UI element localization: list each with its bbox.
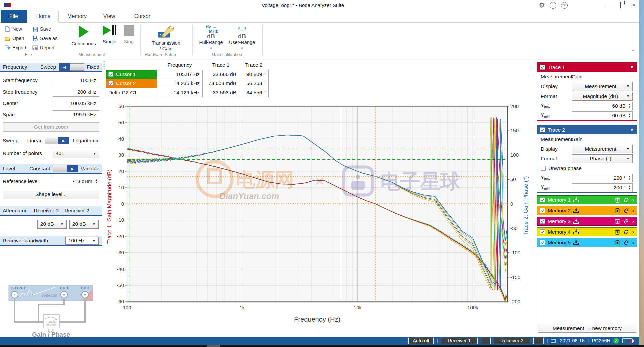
transmission-gain-button[interactable]: Transmission/ Gain [144,25,188,52]
unlink-memory-icon[interactable] [623,219,629,224]
save-as-button[interactable]: Save as [32,35,57,42]
points-dropdown[interactable]: 401▼ [53,149,99,158]
memory3-checkbox[interactable] [540,219,545,224]
attenuator-r2-dropdown[interactable]: 20 dB▼ [69,220,99,229]
pane-splitter-handle[interactable]: •••• [103,61,105,70]
receiver2-button[interactable]: Receiver 2 [494,338,530,344]
span-input[interactable]: 199.9 kHz [53,110,99,119]
spin-down-icon[interactable]: ▼ [95,181,98,184]
store-memory-icon[interactable] [573,240,579,245]
attenuator-r1-dropdown[interactable]: 20 dB▼ [37,220,67,229]
linear-log-toggle[interactable]: ▶ [45,137,69,144]
minimize-button[interactable] [605,4,609,6]
settings-gear-icon[interactable]: ⚙ [539,1,545,9]
info-icon[interactable]: i [550,2,556,9]
trace1-header[interactable]: Trace 1 ▼ [537,63,637,72]
center-frequency-input[interactable]: 100.05 kHz [53,99,99,108]
trace2-header[interactable]: Trace 2 ▼ [537,125,637,134]
delete-memory-icon[interactable] [615,197,620,203]
memory2-row[interactable]: Memory 2 › [537,206,637,215]
trace1-display-dropdown[interactable]: Measurement▼ [572,82,633,91]
stop-frequency-input[interactable]: 200 kHz [53,88,99,97]
memory5-row[interactable]: Memory 5 › [537,238,637,247]
unlink-memory-icon[interactable] [623,197,629,203]
save-button[interactable]: Save [32,25,51,33]
expand-memory-icon[interactable]: › [632,240,634,245]
trace2-format-dropdown[interactable]: Phase (°)▼ [572,154,633,163]
device-serial: PG256H [592,338,610,343]
expand-memory-icon[interactable]: › [632,208,634,213]
trace2-ymin-spinner[interactable]: -200 °▲▼ [572,183,633,192]
expand-memory-icon[interactable]: › [632,218,634,224]
report-button[interactable]: Report [32,44,55,51]
tab-home[interactable]: Home [28,10,59,23]
receiver1-button[interactable]: Receiver 1 [441,338,478,344]
expand-memory-icon[interactable]: › [632,229,634,235]
wrench-hardware-icon [157,25,175,39]
unlink-memory-icon[interactable] [623,229,629,235]
cursor2-checkbox[interactable] [108,81,113,86]
reference-level-spinner[interactable]: -13 dBm ▲▼ [53,177,99,186]
user-range-caret[interactable]: ▼ [227,47,257,50]
bode-plot[interactable]: 电源网DianYuan.com×电子星球-60-50-40-30-20-1001… [102,59,534,337]
restore-button[interactable] [620,2,621,8]
bandwidth-dropdown[interactable]: 100 Hz▼ [65,237,99,245]
user-range-button[interactable]: f ...f dB User-Range ▼ [227,25,257,50]
svg-text:-60: -60 [117,299,124,304]
store-memory-icon[interactable] [573,229,579,234]
shape-level-button[interactable]: Shape level... [3,190,99,199]
tab-view[interactable]: View [97,10,121,23]
memory3-row[interactable]: Memory 3 › [537,217,637,226]
close-button[interactable]: × [631,2,636,9]
help-icon[interactable]: ? [561,2,568,9]
trace1-ymin-spinner[interactable]: -60 dB▲▼ [572,111,633,120]
store-memory-icon[interactable] [573,208,579,213]
trace2-checkbox[interactable] [540,127,545,132]
single-button[interactable]: Single [100,25,119,44]
memory5-checkbox[interactable] [540,240,545,245]
sweep-fixed-toggle[interactable]: ◀ [59,63,84,71]
delete-memory-icon[interactable] [615,219,620,224]
new-button[interactable]: New [5,25,22,33]
delete-memory-icon[interactable] [615,229,620,235]
settings-panel: Frequency Sweep ◀ Fixed Start frequency … [0,59,102,337]
unwrap-phase-row[interactable]: Unwrap phase [537,163,637,173]
memory4-checkbox[interactable] [540,229,545,234]
memory1-row[interactable]: Memory 1 › [537,195,637,204]
auto-off-button[interactable]: Auto off [408,338,434,344]
expand-memory-icon[interactable]: › [632,197,634,203]
trace1-ymax-spinner[interactable]: 60 dB▲▼ [572,102,633,110]
memory2-checkbox[interactable] [540,208,545,213]
memory4-row[interactable]: Memory 4 › [537,227,637,236]
full-range-button[interactable]: Hz →MHz dB Full-Range ▼ [197,25,225,50]
tab-file[interactable]: File [1,10,27,23]
collapse-ribbon-icon[interactable]: ⌃ [631,49,635,55]
chevron-down-icon[interactable]: ▼ [630,65,634,70]
delete-memory-icon[interactable] [615,208,620,213]
start-frequency-input[interactable]: 100 Hz [53,76,99,85]
unlink-memory-icon[interactable] [623,208,629,213]
continuous-button[interactable]: Continuous [69,25,98,46]
tab-cursor[interactable]: Cursor [129,10,156,23]
measurement-to-new-memory-button[interactable]: Measurement → new memory [538,324,636,333]
svg-text:10k: 10k [354,305,362,310]
constant-variable-toggle[interactable]: ▶ [53,165,78,172]
tab-memory[interactable]: Memory [62,10,92,23]
full-range-caret[interactable]: ▼ [197,47,225,50]
delete-memory-icon[interactable] [615,240,620,245]
store-memory-icon[interactable] [573,219,579,224]
memory1-checkbox[interactable] [540,197,545,202]
cursor1-checkbox[interactable] [108,72,113,77]
store-memory-icon[interactable] [573,197,579,202]
trace1-checkbox[interactable] [540,65,545,70]
cursor-trace2-value: -34.556 ° [239,88,269,97]
open-button[interactable]: Open [5,35,24,42]
trace1-format-dropdown[interactable]: Magnitude (dB)▼ [572,92,633,101]
chevron-down-icon[interactable]: ▼ [630,127,634,132]
trace2-ymax-spinner[interactable]: 200 °▲▼ [572,174,633,182]
stop-icon [124,25,134,36]
trace2-display-dropdown[interactable]: Measurement▼ [572,145,633,153]
unlink-memory-icon[interactable] [623,240,629,245]
export-button[interactable]: Export [5,44,26,51]
unwrap-phase-checkbox[interactable] [541,166,546,171]
